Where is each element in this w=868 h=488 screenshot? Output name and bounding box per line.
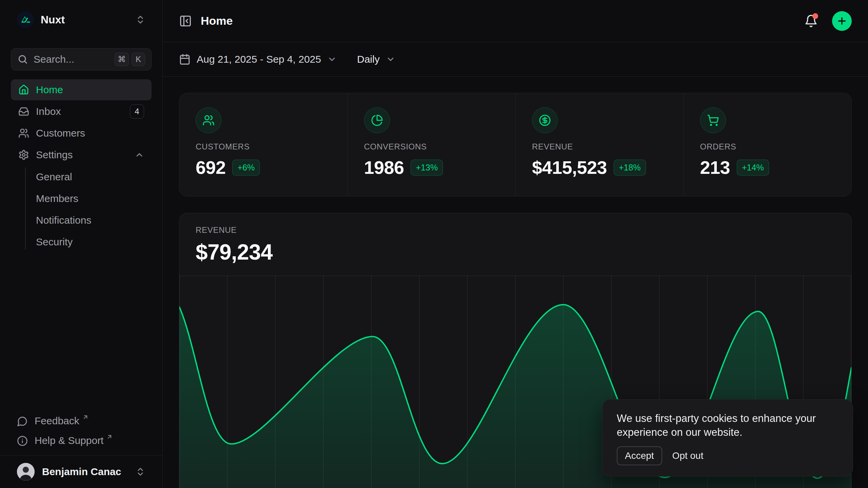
help-support-link[interactable]: Help & Support [11, 431, 152, 450]
opt-out-button[interactable]: Opt out [672, 450, 704, 461]
search-placeholder: Search... [34, 54, 74, 65]
topbar: Home [163, 0, 868, 42]
chevron-down-icon [327, 55, 337, 64]
kbd-cmd: ⌘ [115, 53, 129, 66]
notifications-bell-icon[interactable] [804, 14, 818, 28]
granularity-select[interactable]: Daily [357, 54, 395, 65]
cookie-banner: We use first-party cookies to enhance yo… [602, 399, 853, 476]
sub-item-label: Members [36, 193, 78, 204]
stat-card-customers[interactable]: CUSTOMERS 692 +6% [179, 93, 348, 196]
gear-icon [18, 149, 29, 160]
team-name: Nuxt [41, 14, 65, 26]
message-circle-icon [17, 416, 28, 427]
users-icon [18, 128, 29, 139]
sidebar-item-notifications[interactable]: Notifications [36, 209, 152, 231]
sub-item-label: General [36, 171, 72, 183]
sidebar-item-security[interactable]: Security [36, 231, 152, 253]
stat-card-conversions[interactable]: CONVERSIONS 1986 +13% [348, 93, 516, 196]
stat-label: REVENUE [532, 142, 667, 151]
user-name: Benjamin Canac [42, 466, 121, 477]
inbox-icon [18, 106, 29, 117]
sub-item-label: Security [36, 236, 73, 248]
feedback-link[interactable]: Feedback [11, 411, 152, 431]
stat-label: ORDERS [700, 142, 835, 151]
chart-title: REVENUE [196, 225, 835, 235]
sidebar-item-label: Home [36, 84, 63, 96]
sidebar-item-label: Settings [36, 149, 73, 161]
search-shortcut: ⌘ K [115, 53, 145, 66]
stat-card-revenue[interactable]: REVENUE $415,523 +18% [515, 93, 684, 196]
team-picker[interactable]: Nuxt [11, 9, 152, 30]
cookie-actions: Accept Opt out [617, 446, 839, 465]
stat-delta-badge: +18% [614, 160, 646, 176]
sidebar-item-customers[interactable]: Customers [11, 123, 152, 144]
controlbar: Aug 21, 2025 - Sep 4, 2025 Daily [163, 42, 868, 77]
stat-delta-badge: +14% [737, 160, 769, 176]
shopping-cart-icon [700, 107, 726, 133]
sidebar-item-settings[interactable]: Settings [11, 144, 152, 165]
footer-item-label: Help & Support [35, 435, 103, 446]
users-icon [196, 107, 221, 133]
pie-chart-icon [364, 107, 390, 133]
stat-value: 213 [700, 157, 730, 178]
external-link-icon [82, 414, 89, 421]
stat-value: $415,523 [532, 157, 607, 178]
chevron-up-down-icon [135, 15, 145, 25]
sidebar-item-members[interactable]: Members [36, 188, 152, 209]
add-button[interactable] [832, 11, 852, 31]
stat-value: 692 [196, 157, 225, 178]
topbar-actions [804, 11, 852, 31]
cookie-message: We use first-party cookies to enhance yo… [617, 412, 839, 440]
sidebar: Nuxt Search... ⌘ K Home [0, 0, 163, 488]
stat-label: CONVERSIONS [364, 142, 499, 151]
sidebar-footer: Feedback Help & Support Benjami [11, 411, 152, 488]
avatar [17, 463, 35, 481]
sub-item-label: Notifications [36, 215, 91, 226]
chart-total-value: $79,234 [196, 240, 835, 265]
stat-label: CUSTOMERS [196, 142, 331, 151]
stats-row: CUSTOMERS 692 +6% CONVERSIONS 1986 +13% [179, 93, 852, 197]
inbox-count-badge: 4 [130, 104, 144, 119]
stat-card-orders[interactable]: ORDERS 213 +14% [684, 93, 852, 196]
chart-header: REVENUE $79,234 [179, 213, 851, 265]
page-title: Home [201, 14, 233, 27]
search-input[interactable]: Search... ⌘ K [11, 48, 152, 70]
sidebar-item-home[interactable]: Home [11, 79, 152, 100]
sidebar-item-general[interactable]: General [36, 166, 152, 188]
search-icon [17, 54, 28, 65]
date-range-label: Aug 21, 2025 - Sep 4, 2025 [197, 54, 321, 65]
sidebar-nav: Home Inbox 4 Customers Settings [11, 79, 152, 253]
sidebar-item-label: Customers [36, 127, 85, 139]
user-menu[interactable]: Benjamin Canac [11, 455, 152, 488]
sidebar-item-inbox[interactable]: Inbox 4 [11, 101, 152, 122]
footer-item-label: Feedback [35, 415, 79, 427]
sidebar-item-label: Inbox [36, 106, 61, 117]
external-link-icon [106, 433, 113, 440]
notification-dot [812, 13, 818, 19]
stat-value: 1986 [364, 157, 404, 178]
nuxt-logo-icon [17, 11, 34, 28]
settings-subnav: General Members Notifications Security [11, 166, 152, 253]
chevron-up-down-icon [135, 467, 145, 477]
granularity-label: Daily [357, 54, 380, 65]
chevron-down-icon [386, 55, 395, 64]
kbd-k: K [132, 53, 145, 66]
date-range-picker[interactable]: Aug 21, 2025 - Sep 4, 2025 [179, 54, 337, 65]
info-circle-icon [17, 435, 28, 446]
chevron-up-icon [135, 150, 144, 160]
collapse-sidebar-icon[interactable] [179, 15, 192, 27]
stat-delta-badge: +13% [411, 160, 443, 176]
calendar-icon [179, 54, 191, 65]
accept-button[interactable]: Accept [617, 446, 662, 465]
stat-delta-badge: +6% [232, 160, 260, 176]
circle-dollar-icon [532, 107, 558, 133]
home-icon [18, 84, 29, 95]
